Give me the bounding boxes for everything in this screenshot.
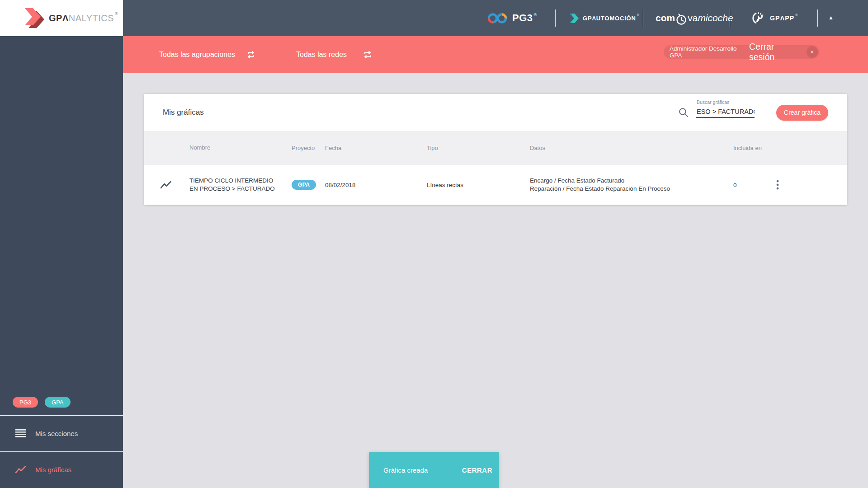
sections-list-icon	[15, 429, 26, 437]
card-header: Mis gráficas Buscar gráficas Crear gráfi…	[144, 94, 847, 131]
swap-network-icon[interactable]	[363, 51, 372, 59]
search-input[interactable]	[696, 107, 755, 118]
gpautomocion-reg-mark: ®	[637, 14, 639, 17]
row-data-line-2: Reparación / Fecha Estado Reparación En …	[530, 185, 733, 193]
toast-notification: Gráfica creada CERRAR	[369, 452, 499, 488]
comprovamicoche-text-com: com	[656, 13, 675, 23]
table-row[interactable]: TIEMPO CICLO INTERMEDIO EN PROCESO > FAC…	[144, 165, 847, 205]
comprovamicoche-text-va: va	[688, 13, 698, 23]
sidebar: GPΛNALYTICS® PG3 GPA Mis secciones	[0, 0, 123, 488]
search-field-wrapper: Buscar gráficas	[696, 107, 755, 118]
logo-text-gpa: GPΛ	[49, 13, 69, 23]
gpautomocion-logo: GPΛUTOMOCIÓN®	[569, 0, 639, 36]
my-charts-card: Mis gráficas Buscar gráficas Crear gráfi…	[144, 94, 847, 205]
page-title: Mis gráficas	[163, 108, 204, 117]
pg3-logo-text: PG3	[512, 12, 533, 24]
search-icon[interactable]	[679, 108, 689, 117]
column-header-fecha: Fecha	[325, 145, 427, 151]
row-data-cell: Encargo / Fecha Estado Facturado Reparac…	[530, 177, 733, 193]
search-zone: Buscar gráficas Crear gráfica	[679, 94, 828, 131]
row-project-cell: GPA	[292, 180, 325, 190]
toast-close-button[interactable]: CERRAR	[462, 466, 492, 474]
gpautomocion-logo-text: GPΛUTOMOCIÓN	[583, 15, 636, 22]
gpautomocion-arrow-icon	[569, 13, 579, 23]
gpapp-logo-text: GPΛPP	[770, 14, 794, 22]
gpapp-wrench-icon	[752, 11, 766, 25]
column-header-nombre: Nombre	[189, 144, 292, 152]
logout-close-icon[interactable]: ×	[807, 46, 818, 58]
comprovamicoche-logo: com vamicoche	[656, 0, 733, 36]
gpanalytics-arrow-icon	[22, 8, 44, 28]
row-actions-cell	[770, 178, 847, 192]
create-chart-button[interactable]: Crear gráfica	[776, 105, 828, 121]
toast-message: Gráfica creada	[383, 466, 428, 474]
column-header-incluida-en: Incluida en	[733, 145, 770, 151]
grouping-selector[interactable]: Todas las agrupaciones	[159, 36, 255, 73]
top-header: PG3® GPΛUTOMOCIÓN® com vamico	[123, 0, 868, 36]
row-chart-type-cell	[144, 181, 189, 189]
pg3-badge[interactable]: PG3	[13, 397, 38, 408]
row-type-cell: Líneas rectas	[427, 182, 530, 188]
line-chart-icon	[160, 181, 171, 189]
gpapp-reg-mark: ®	[795, 14, 797, 17]
user-session-pill: Administrador Desarrollo GPA Cerrar sesi…	[664, 45, 819, 59]
project-badge: GPA	[292, 180, 316, 190]
sidebar-item-label: Mis secciones	[35, 430, 78, 437]
logo-reg-mark: ®	[115, 11, 118, 16]
sidebar-item-label: Mis gráficas	[35, 466, 71, 474]
network-selector[interactable]: Todas las redes	[296, 36, 372, 73]
row-date-cell: 08/02/2018	[325, 182, 427, 188]
row-name-cell[interactable]: TIEMPO CICLO INTERMEDIO EN PROCESO > FAC…	[189, 177, 292, 192]
sidebar-item-mis-secciones[interactable]: Mis secciones	[0, 415, 123, 451]
search-floating-label: Buscar gráficas	[697, 99, 729, 105]
header-divider	[817, 9, 818, 27]
row-menu-kebab-icon[interactable]	[774, 178, 781, 192]
row-data-line-1: Encargo / Fecha Estado Facturado	[530, 177, 733, 185]
collapse-header-arrow-icon[interactable]: ▲	[828, 15, 834, 20]
gpa-badge[interactable]: GPA	[45, 397, 71, 408]
table-header-row: Nombre Proyecto Fecha Tipo Datos Incluid…	[144, 131, 847, 165]
pg3-reg-mark: ®	[534, 13, 537, 17]
line-chart-icon	[15, 466, 26, 474]
logged-user-name: Administrador Desarrollo GPA	[670, 45, 749, 59]
comprovamicoche-text-micoche: micoche	[698, 13, 733, 23]
row-included-in-cell: 0	[733, 182, 770, 188]
column-header-proyecto: Proyecto	[292, 145, 325, 151]
sidebar-item-mis-graficas[interactable]: Mis gráficas	[0, 451, 123, 488]
pg3-infinity-icon	[487, 12, 508, 24]
header-divider	[643, 9, 643, 27]
column-header-datos: Datos	[530, 144, 733, 152]
grouping-selector-label: Todas las agrupaciones	[159, 51, 235, 59]
header-divider	[555, 9, 556, 27]
stopwatch-icon	[676, 14, 687, 25]
gpanalytics-logo-text: GPΛNALYTICS®	[49, 13, 118, 23]
logo-text-nalytics: NALYTICS	[69, 13, 114, 23]
app-root: PG3® GPΛUTOMOCIÓN® com vamico	[0, 0, 868, 488]
swap-grouping-icon[interactable]	[247, 51, 255, 59]
sidebar-badges: PG3 GPA	[13, 397, 71, 408]
filter-bar: Todas las agrupaciones Todas las redes A…	[123, 36, 868, 73]
gpapp-logo: GPΛPP®	[752, 0, 797, 36]
column-header-tipo: Tipo	[427, 145, 530, 151]
gpanalytics-logo: GPΛNALYTICS®	[0, 0, 123, 36]
pg3-logo: PG3®	[487, 0, 537, 36]
logout-button[interactable]: Cerrar sesión	[749, 42, 801, 62]
header-divider	[730, 9, 730, 27]
network-selector-label: Todas las redes	[296, 51, 347, 59]
